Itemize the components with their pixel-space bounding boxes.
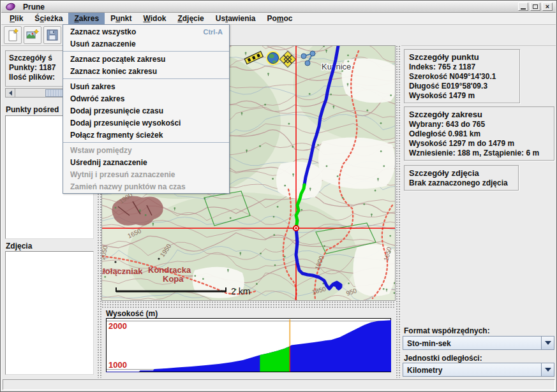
window-title: Prune	[23, 3, 45, 11]
summit-dot	[114, 261, 116, 263]
chart-split-divider[interactable]	[101, 301, 396, 309]
point-details-box: Szczegóły punktu Indeks: 765 z 1187 Szer…	[404, 49, 520, 103]
menu-item-join-track-segments[interactable]: Połącz fragmenty ścieżek	[63, 129, 229, 141]
close-button[interactable]: ×	[542, 3, 553, 11]
distance-units-value: Kilometry	[403, 363, 541, 376]
photo-details-title: Szczegóły zdjęcia	[409, 168, 514, 178]
app-logo-icon	[5, 2, 17, 11]
photo-details-box: Szczegóły zdjęcia Brak zaznaczonego zdję…	[404, 165, 519, 191]
waypoints-label: Punkty pośred	[6, 105, 59, 114]
point-latitude: Szerokość N049°14'30.1	[409, 72, 515, 82]
save-icon	[45, 28, 59, 42]
minimize-icon	[521, 8, 526, 10]
menu-settings[interactable]: Ustawienia	[210, 13, 262, 24]
chart-title: Wysokość (m)	[106, 309, 158, 318]
right-split-divider[interactable]	[396, 45, 401, 378]
menu-item-set-range-start[interactable]: Zaznacz początek zakresu	[63, 53, 229, 65]
menu-point[interactable]: Punkt	[105, 13, 137, 24]
menu-range[interactable]: Zakres	[68, 13, 105, 24]
menu-item-cut-and-move[interactable]: Wytnij i przesuń zaznaczenie	[63, 168, 229, 180]
photo-status: Brak zaznaczonego zdjęcia	[409, 178, 514, 188]
point-longitude: Długość E019°58'09.3	[409, 82, 515, 91]
status-bar	[3, 379, 555, 390]
menu-item-deselect[interactable]: Usuń zaznaczenie	[63, 38, 229, 50]
maximize-button[interactable]	[530, 3, 540, 11]
menu-bar: PlikŚcieżkaZakresPunktWidokZdjęcieUstawi…	[1, 13, 556, 25]
menu-item-interpolate[interactable]: Wstaw pomiędzy	[63, 144, 229, 156]
distance-units-select[interactable]: Kilometry	[403, 363, 554, 377]
map-background-toggle-icon[interactable]	[266, 51, 280, 65]
menu-photo[interactable]: Zdjęcie	[172, 13, 209, 24]
right-sidebar: Szczegóły punktu Indeks: 765 z 1187 Szer…	[401, 45, 556, 378]
coord-format-label: Format współrzędnych:	[404, 326, 490, 335]
add-photo-icon	[26, 28, 40, 42]
menu-item-add-altitude-offset[interactable]: Dodaj przesunięcie wysokości	[63, 117, 229, 129]
minimize-button[interactable]	[518, 3, 528, 11]
close-icon: ×	[546, 4, 549, 10]
range-menu-popup: Zaznacz wszystkoCtrl-AUsuń zaznaczenieZa…	[63, 24, 230, 194]
distance-units-label: Jednostki odległości:	[404, 354, 482, 363]
range-selected: Wybrany: 643 do 765	[409, 120, 549, 129]
menu-item-set-range-end[interactable]: Zaznacz koniec zakresu	[63, 65, 229, 77]
new-file-button[interactable]	[4, 26, 22, 44]
range-altitude: Wysokość 1297 m do 1479 m	[409, 139, 549, 149]
scrollbar-left-arrow[interactable]	[6, 89, 15, 97]
menu-item-add-time-offset[interactable]: Dodaj przesunięcie czasu	[63, 105, 229, 117]
menu-item-select-all[interactable]: Zaznacz wszystkoCtrl-A	[63, 25, 229, 38]
scale-label: 2 km	[231, 286, 250, 296]
maximize-icon	[533, 4, 538, 9]
menu-item-delete-range[interactable]: Usuń zakres	[63, 80, 229, 92]
photos-list[interactable]	[5, 251, 94, 375]
menu-help[interactable]: Pomoc	[261, 13, 298, 24]
menu-separator	[63, 78, 229, 79]
menu-item-reverse-range[interactable]: Odwróć zakres	[63, 92, 229, 105]
app-window: Prune × PlikŚcieżkaZakresPunktWidokZdjęc…	[0, 0, 557, 392]
place-label-kondracka: Kondracka	[148, 265, 191, 275]
photos-label: Zdjęcia	[6, 242, 32, 250]
coord-format-dropdown-arrow-icon[interactable]	[541, 337, 554, 349]
menu-track[interactable]: Ścieżka	[29, 13, 68, 24]
point-altitude: Wysokość 1479 m	[409, 91, 515, 101]
menu-separator	[63, 51, 229, 52]
menu-item-average-selection[interactable]: Uśrednij zaznaczenie	[63, 156, 229, 168]
chart-tick-label: 2000	[108, 321, 127, 331]
add-photo-button[interactable]	[24, 26, 41, 44]
title-bar[interactable]: Prune ×	[1, 1, 556, 13]
range-climb-descent: Wzniesienie: 188 m, Zstąpienie: 6 m	[409, 149, 549, 158]
save-button[interactable]	[43, 26, 61, 44]
menu-item-rename-points-by-time[interactable]: Zamień nazwy punktów na czas	[63, 180, 229, 192]
distance-units-dropdown-arrow-icon[interactable]	[541, 363, 554, 376]
range-details-title: Szczegóły zakresu	[409, 109, 549, 120]
altitude-profile-panel[interactable]: Wysokość (m) 10002000	[101, 309, 396, 378]
new-file-icon	[6, 28, 20, 42]
range-distance: Odległość 0.981 km	[409, 129, 549, 139]
place-label-kopa: Kopa	[163, 274, 184, 284]
menu-separator	[63, 142, 229, 143]
chart-tick-label: 1000	[108, 360, 127, 370]
place-label-malolaczniak: ałołączniak	[102, 266, 143, 276]
menu-view[interactable]: Widok	[138, 13, 172, 24]
point-details-title: Szczegóły punktu	[409, 52, 515, 62]
summit-dot	[158, 258, 160, 259]
coord-format-value: Sto-min-sek	[403, 337, 541, 349]
altitude-profile-chart[interactable]: 10002000	[106, 318, 391, 372]
menu-file[interactable]: Plik	[4, 13, 29, 24]
coord-format-select[interactable]: Sto-min-sek	[403, 336, 554, 350]
range-details-box: Szczegóły zakresu Wybrany: 643 do 765 Od…	[404, 106, 554, 161]
point-index: Indeks: 765 z 1187	[409, 62, 515, 72]
